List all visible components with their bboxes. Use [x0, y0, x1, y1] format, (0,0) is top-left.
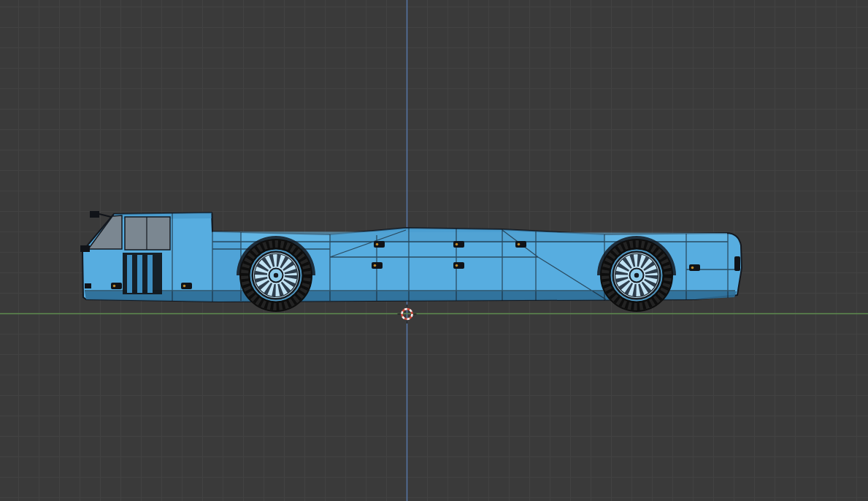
deck-latch	[515, 241, 526, 248]
front-handle	[111, 283, 122, 289]
deck-latch	[372, 262, 383, 269]
cab-handle	[181, 283, 192, 289]
scene-svg	[0, 0, 868, 501]
side-window	[125, 217, 170, 250]
deck-wedge-shade	[330, 228, 604, 242]
nose-sensor-box	[80, 245, 90, 252]
deck-latch	[453, 241, 464, 248]
model-flatbed-transporter[interactable]	[80, 211, 742, 311]
door-step-recess	[123, 253, 162, 294]
viewport-3d[interactable]	[0, 0, 868, 501]
mirror-arm	[99, 214, 111, 217]
rear-latch	[689, 264, 700, 271]
front-marker-light	[85, 283, 91, 288]
roof-mirror	[90, 211, 99, 218]
windshield	[88, 215, 122, 249]
deck-latch	[374, 241, 385, 248]
deck-latch	[453, 262, 464, 269]
tail-light	[734, 256, 740, 271]
